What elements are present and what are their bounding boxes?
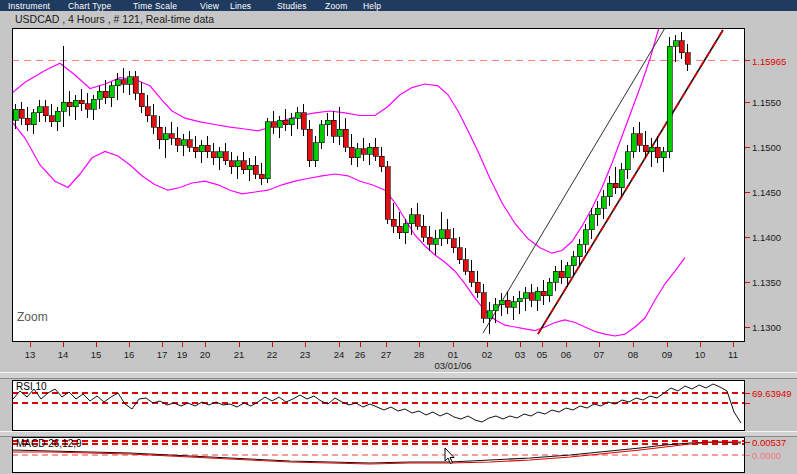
rsi-value-label: 69.63949: [752, 388, 792, 399]
price-axis-label: 1.1350: [752, 277, 781, 288]
macd-value-label: 0.00537: [752, 437, 786, 448]
x-axis-label: 28: [414, 349, 425, 360]
x-axis-label: 11: [728, 349, 738, 360]
macd-panel[interactable]: [12, 437, 744, 472]
x-axis-label: 09: [662, 349, 673, 360]
x-axis-label: 07: [594, 349, 605, 360]
rsi-panel[interactable]: [12, 380, 744, 430]
x-axis-label: 01: [448, 349, 459, 360]
x-axis-label: 10: [695, 349, 706, 360]
chart-application-window: InstrumentChart TypeTime ScaleViewLinesS…: [0, 0, 797, 474]
x-axis-label: 22: [267, 349, 278, 360]
x-axis-label: 21: [234, 349, 245, 360]
macd-zero-label: 0.0000: [752, 450, 781, 461]
rsi-study-label: RSI 10: [16, 381, 47, 392]
price-axis-label: 1.1300: [752, 322, 781, 333]
x-axis-label: 13: [25, 349, 36, 360]
date-axis-label: 03/01/06: [435, 360, 472, 371]
price-axis-label: 1.1550: [752, 97, 781, 108]
x-axis-label: 05: [537, 349, 548, 360]
current-price-label: 1.15965: [752, 56, 786, 67]
x-axis-label: 26: [355, 349, 366, 360]
panel-splitter-1[interactable]: [0, 372, 797, 379]
price-pane[interactable]: [12, 28, 744, 341]
x-axis-label: 20: [200, 349, 211, 360]
x-axis-label: 06: [561, 349, 572, 360]
x-axis-label: 17: [157, 349, 168, 360]
x-axis-label: 19: [177, 349, 188, 360]
x-axis-label: 15: [91, 349, 102, 360]
x-axis-label: 16: [124, 349, 135, 360]
chart-scene: 1.15501.15001.14501.14001.13501.13001314…: [0, 0, 797, 474]
zoom-watermark: Zoom: [17, 310, 48, 324]
price-axis-label: 1.1450: [752, 187, 781, 198]
x-axis-label: 08: [628, 349, 639, 360]
price-axis-label: 1.1400: [752, 232, 781, 243]
macd-study-label: MACD 26,12,9: [16, 438, 82, 449]
x-axis-label: 03: [515, 349, 526, 360]
x-axis-label: 14: [58, 349, 69, 360]
x-axis-label: 02: [482, 349, 493, 360]
x-axis-label: 24: [334, 349, 345, 360]
x-axis-label: 23: [300, 349, 311, 360]
x-axis-label: 27: [381, 349, 392, 360]
price-axis-label: 1.1500: [752, 142, 781, 153]
